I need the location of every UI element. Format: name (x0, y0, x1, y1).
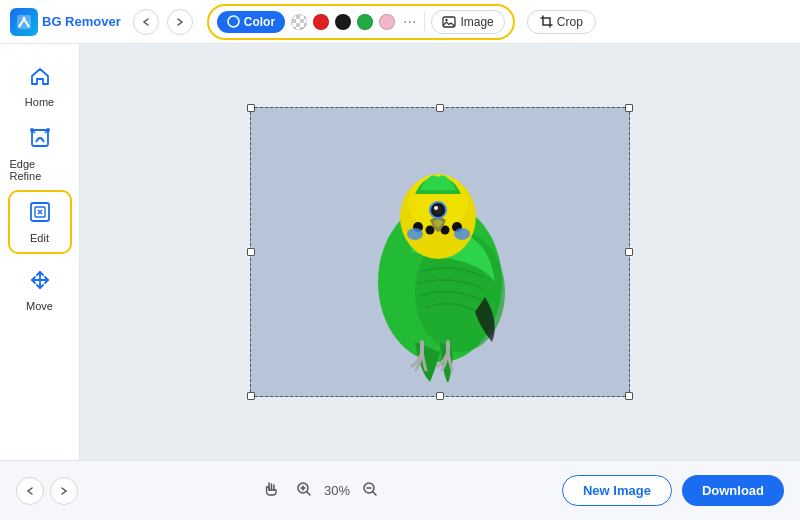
color-toolbar-group: Color ··· Image (207, 4, 515, 40)
sidebar-item-edit[interactable]: Edit (8, 190, 72, 254)
crop-button-label: Crop (557, 15, 583, 29)
svg-point-25 (433, 205, 443, 215)
crop-button[interactable]: Crop (527, 10, 596, 34)
svg-point-9 (30, 128, 34, 132)
page-next-button[interactable] (50, 477, 78, 505)
color-swatch-transparent[interactable] (291, 14, 307, 30)
svg-point-1 (23, 16, 26, 19)
app-name: BG Remover (42, 14, 121, 29)
canvas-area (80, 44, 800, 460)
parrot-image (251, 108, 629, 396)
color-button-label: Color (244, 15, 275, 29)
main-content: Home Edge Refine (0, 44, 800, 460)
color-swatch-dark[interactable] (335, 14, 351, 30)
sidebar-edit-label: Edit (30, 232, 49, 244)
handle-middle-left[interactable] (247, 248, 255, 256)
edit-icon (29, 201, 51, 228)
sidebar-item-edge-refine[interactable]: Edge Refine (8, 122, 72, 186)
action-buttons: New Image Download (562, 475, 784, 506)
handle-top-right[interactable] (625, 104, 633, 112)
move-icon (29, 269, 51, 296)
bottom-nav (16, 477, 78, 505)
more-dots[interactable]: ··· (401, 13, 418, 31)
toolbar-separator (424, 12, 425, 32)
home-icon (29, 65, 51, 92)
app-logo: BG Remover (10, 8, 121, 36)
zoom-in-button[interactable] (292, 479, 316, 503)
svg-point-23 (454, 228, 470, 240)
topbar: BG Remover Color ··· (0, 0, 800, 44)
sidebar-item-home[interactable]: Home (8, 54, 72, 118)
handle-top-left[interactable] (247, 104, 255, 112)
svg-point-8 (46, 128, 50, 132)
sidebar-move-label: Move (26, 300, 53, 312)
sidebar: Home Edge Refine (0, 44, 80, 460)
handle-bottom-right[interactable] (625, 392, 633, 400)
svg-point-22 (407, 228, 423, 240)
svg-point-26 (434, 206, 438, 210)
svg-point-4 (446, 18, 448, 20)
nav-back-button[interactable] (133, 9, 159, 35)
page-prev-button[interactable] (16, 477, 44, 505)
color-swatch-pink[interactable] (379, 14, 395, 30)
color-swatch-red[interactable] (313, 14, 329, 30)
download-button[interactable]: Download (682, 475, 784, 506)
app-logo-icon (10, 8, 38, 36)
sidebar-home-label: Home (25, 96, 54, 108)
new-image-button[interactable]: New Image (562, 475, 672, 506)
edge-refine-icon (29, 127, 51, 154)
image-button-label: Image (460, 15, 493, 29)
zoom-controls: 30% (258, 478, 382, 504)
image-button[interactable]: Image (431, 10, 504, 34)
color-button[interactable]: Color (217, 11, 285, 33)
handle-bottom-left[interactable] (247, 392, 255, 400)
svg-line-33 (307, 492, 310, 495)
bottombar: 30% New Image Download (0, 460, 800, 520)
zoom-out-button[interactable] (358, 479, 382, 503)
color-swatch-green[interactable] (357, 14, 373, 30)
svg-line-36 (373, 492, 376, 495)
svg-point-19 (426, 226, 435, 235)
image-canvas[interactable] (250, 107, 630, 397)
handle-top-middle[interactable] (436, 104, 444, 112)
sidebar-edge-refine-label: Edge Refine (10, 158, 70, 182)
zoom-level: 30% (324, 483, 350, 498)
handle-bottom-middle[interactable] (436, 392, 444, 400)
zoom-hand-button[interactable] (258, 478, 284, 504)
handle-middle-right[interactable] (625, 248, 633, 256)
sidebar-item-move[interactable]: Move (8, 258, 72, 322)
nav-forward-button[interactable] (167, 9, 193, 35)
